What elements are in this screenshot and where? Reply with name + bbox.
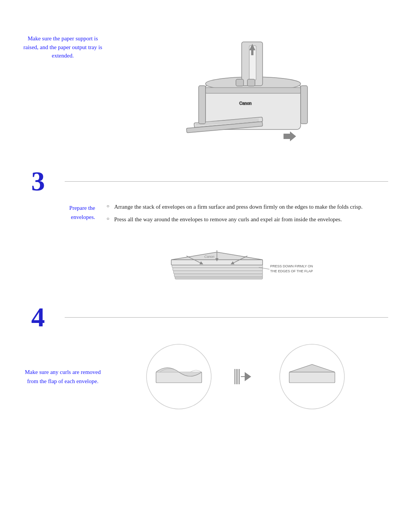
page: Make sure the paper support is raised, a… xyxy=(0,0,411,430)
svg-rect-2 xyxy=(206,88,301,93)
svg-rect-22 xyxy=(171,260,263,265)
svg-text:Canon: Canon xyxy=(239,101,252,105)
svg-marker-35 xyxy=(245,372,251,381)
svg-text:Canon: Canon xyxy=(204,255,215,259)
step3-line xyxy=(65,181,388,182)
envelope-stack-svg: Canon PRESS DOWN FIRMLY ON THE EDGES OF … xyxy=(152,231,342,292)
section-step2: Make sure the paper support is raised, a… xyxy=(23,15,388,152)
step3-bullet1: Arrange the stack of envelopes on a firm… xyxy=(107,203,388,211)
section-step4: Make sure any curls are removed from the… xyxy=(23,339,388,415)
svg-rect-13 xyxy=(247,79,255,86)
curl-removal-svg xyxy=(141,339,354,415)
step3-number: 3 xyxy=(23,168,53,195)
step4-line xyxy=(65,317,388,318)
step4-divider: 4 xyxy=(23,304,388,331)
step4-text: Make sure any curls are removed from the… xyxy=(23,367,107,386)
diagram-label1: PRESS DOWN FIRMLY ON xyxy=(270,264,313,268)
printer-illustration: Canon xyxy=(107,23,388,152)
svg-rect-15 xyxy=(301,86,307,124)
svg-rect-12 xyxy=(236,79,244,86)
step3-content: Arrange the stack of envelopes on a firm… xyxy=(107,203,388,292)
section-step3: Prepare the envelopes. Arrange the stack… xyxy=(23,203,388,292)
svg-rect-16 xyxy=(199,86,206,124)
step4-illustrations xyxy=(107,339,388,415)
diagram-label2: THE EDGES OF THE FLAP xyxy=(270,269,313,273)
step3-bullet2: Press all the way around the envelopes t… xyxy=(107,215,388,224)
svg-rect-38 xyxy=(289,372,335,383)
step3-label-line1: Prepare the xyxy=(69,205,95,211)
printer-svg: Canon xyxy=(175,23,320,152)
step2-text: Make sure the paper support is raised, a… xyxy=(23,23,107,60)
step3-label: Prepare the envelopes. xyxy=(23,203,107,222)
step3-label-line2: envelopes. xyxy=(71,214,95,220)
step4-number: 4 xyxy=(23,304,53,331)
step3-bullets: Arrange the stack of envelopes on a firm… xyxy=(107,203,388,224)
svg-marker-14 xyxy=(284,131,296,141)
step3-divider: 3 xyxy=(23,168,388,195)
envelope-stack-illustration: Canon PRESS DOWN FIRMLY ON THE EDGES OF … xyxy=(107,231,388,292)
